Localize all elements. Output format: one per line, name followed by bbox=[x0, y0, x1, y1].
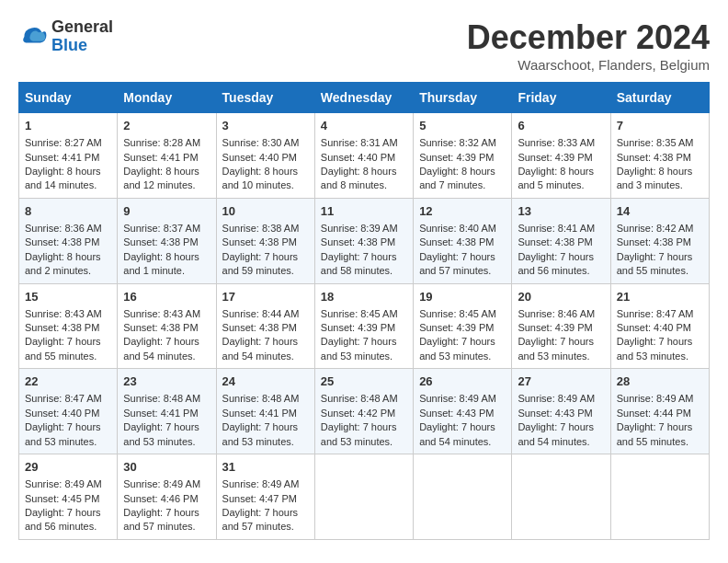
day-number: 25 bbox=[321, 373, 407, 390]
day-number: 11 bbox=[321, 203, 407, 220]
day-number: 14 bbox=[617, 203, 703, 220]
logo-icon bbox=[18, 22, 48, 52]
day-info: Sunrise: 8:39 AMSunset: 4:38 PMDaylight:… bbox=[321, 222, 407, 279]
weekday-header-wednesday: Wednesday bbox=[314, 83, 413, 113]
day-info: Sunrise: 8:45 AMSunset: 4:39 PMDaylight:… bbox=[321, 307, 407, 364]
day-info: Sunrise: 8:28 AMSunset: 4:41 PMDaylight:… bbox=[123, 136, 210, 193]
day-info: Sunrise: 8:49 AMSunset: 4:44 PMDaylight:… bbox=[617, 392, 703, 449]
month-title: December 2024 bbox=[467, 18, 710, 57]
day-number: 31 bbox=[222, 459, 309, 476]
calendar-cell: 23Sunrise: 8:48 AMSunset: 4:41 PMDayligh… bbox=[118, 369, 216, 454]
day-number: 27 bbox=[518, 373, 604, 390]
calendar-cell bbox=[512, 454, 610, 540]
calendar-cell: 24Sunrise: 8:48 AMSunset: 4:41 PMDayligh… bbox=[216, 369, 314, 454]
day-info: Sunrise: 8:36 AMSunset: 4:38 PMDaylight:… bbox=[25, 222, 111, 279]
day-number: 7 bbox=[617, 118, 703, 134]
calendar-cell: 19Sunrise: 8:45 AMSunset: 4:39 PMDayligh… bbox=[414, 283, 512, 369]
day-number: 29 bbox=[25, 459, 111, 476]
logo: General Blue bbox=[18, 18, 113, 55]
day-info: Sunrise: 8:33 AMSunset: 4:39 PMDaylight:… bbox=[518, 136, 604, 193]
calendar-cell: 4Sunrise: 8:31 AMSunset: 4:40 PMDaylight… bbox=[314, 113, 413, 199]
weekday-header-sunday: Sunday bbox=[19, 83, 118, 113]
day-number: 26 bbox=[419, 373, 506, 390]
weekday-header-monday: Monday bbox=[118, 83, 216, 113]
page-header: General Blue December 2024 Waarschoot, F… bbox=[18, 18, 710, 73]
day-number: 12 bbox=[419, 203, 506, 220]
day-info: Sunrise: 8:49 AMSunset: 4:46 PMDaylight:… bbox=[123, 477, 210, 534]
calendar: SundayMondayTuesdayWednesdayThursdayFrid… bbox=[18, 82, 710, 540]
day-number: 17 bbox=[222, 289, 309, 305]
day-number: 2 bbox=[123, 118, 210, 134]
day-info: Sunrise: 8:37 AMSunset: 4:38 PMDaylight:… bbox=[123, 222, 210, 279]
weekday-header-friday: Friday bbox=[512, 83, 610, 113]
day-info: Sunrise: 8:31 AMSunset: 4:40 PMDaylight:… bbox=[321, 136, 407, 193]
day-info: Sunrise: 8:45 AMSunset: 4:39 PMDaylight:… bbox=[419, 307, 506, 364]
calendar-cell: 3Sunrise: 8:30 AMSunset: 4:40 PMDaylight… bbox=[216, 113, 314, 199]
day-info: Sunrise: 8:47 AMSunset: 4:40 PMDaylight:… bbox=[25, 392, 111, 449]
calendar-cell: 29Sunrise: 8:49 AMSunset: 4:45 PMDayligh… bbox=[19, 454, 118, 540]
day-number: 6 bbox=[518, 118, 604, 134]
day-number: 4 bbox=[321, 118, 407, 134]
calendar-cell bbox=[610, 454, 709, 540]
day-info: Sunrise: 8:43 AMSunset: 4:38 PMDaylight:… bbox=[123, 307, 210, 364]
calendar-cell: 30Sunrise: 8:49 AMSunset: 4:46 PMDayligh… bbox=[118, 454, 216, 540]
calendar-cell: 17Sunrise: 8:44 AMSunset: 4:38 PMDayligh… bbox=[216, 283, 314, 369]
calendar-cell: 22Sunrise: 8:47 AMSunset: 4:40 PMDayligh… bbox=[19, 369, 118, 454]
calendar-cell: 8Sunrise: 8:36 AMSunset: 4:38 PMDaylight… bbox=[19, 198, 118, 283]
calendar-cell: 11Sunrise: 8:39 AMSunset: 4:38 PMDayligh… bbox=[314, 198, 413, 283]
calendar-cell: 18Sunrise: 8:45 AMSunset: 4:39 PMDayligh… bbox=[314, 283, 413, 369]
logo-text: General Blue bbox=[51, 18, 113, 55]
calendar-cell: 14Sunrise: 8:42 AMSunset: 4:38 PMDayligh… bbox=[610, 198, 709, 283]
calendar-cell: 13Sunrise: 8:41 AMSunset: 4:38 PMDayligh… bbox=[512, 198, 610, 283]
calendar-cell: 5Sunrise: 8:32 AMSunset: 4:39 PMDaylight… bbox=[414, 113, 512, 199]
day-number: 24 bbox=[222, 373, 309, 390]
day-info: Sunrise: 8:47 AMSunset: 4:40 PMDaylight:… bbox=[617, 307, 703, 364]
calendar-cell: 10Sunrise: 8:38 AMSunset: 4:38 PMDayligh… bbox=[216, 198, 314, 283]
calendar-cell: 28Sunrise: 8:49 AMSunset: 4:44 PMDayligh… bbox=[610, 369, 709, 454]
day-number: 1 bbox=[25, 118, 111, 134]
day-info: Sunrise: 8:42 AMSunset: 4:38 PMDaylight:… bbox=[617, 222, 703, 279]
day-number: 22 bbox=[25, 373, 111, 390]
calendar-cell: 21Sunrise: 8:47 AMSunset: 4:40 PMDayligh… bbox=[610, 283, 709, 369]
day-info: Sunrise: 8:46 AMSunset: 4:39 PMDaylight:… bbox=[518, 307, 604, 364]
day-info: Sunrise: 8:43 AMSunset: 4:38 PMDaylight:… bbox=[25, 307, 111, 364]
day-number: 19 bbox=[419, 289, 506, 305]
calendar-cell: 25Sunrise: 8:48 AMSunset: 4:42 PMDayligh… bbox=[314, 369, 413, 454]
calendar-cell: 6Sunrise: 8:33 AMSunset: 4:39 PMDaylight… bbox=[512, 113, 610, 199]
calendar-cell bbox=[314, 454, 413, 540]
calendar-cell: 15Sunrise: 8:43 AMSunset: 4:38 PMDayligh… bbox=[19, 283, 118, 369]
weekday-header-tuesday: Tuesday bbox=[216, 83, 314, 113]
location: Waarschoot, Flanders, Belgium bbox=[467, 57, 710, 73]
day-number: 8 bbox=[25, 203, 111, 220]
day-number: 30 bbox=[123, 459, 210, 476]
calendar-cell: 2Sunrise: 8:28 AMSunset: 4:41 PMDaylight… bbox=[118, 113, 216, 199]
day-number: 20 bbox=[518, 289, 604, 305]
calendar-cell: 7Sunrise: 8:35 AMSunset: 4:38 PMDaylight… bbox=[610, 113, 709, 199]
weekday-header-saturday: Saturday bbox=[610, 83, 709, 113]
day-info: Sunrise: 8:49 AMSunset: 4:47 PMDaylight:… bbox=[222, 477, 309, 534]
day-info: Sunrise: 8:30 AMSunset: 4:40 PMDaylight:… bbox=[222, 136, 309, 193]
day-number: 18 bbox=[321, 289, 407, 305]
day-info: Sunrise: 8:49 AMSunset: 4:43 PMDaylight:… bbox=[419, 392, 506, 449]
calendar-cell: 12Sunrise: 8:40 AMSunset: 4:38 PMDayligh… bbox=[414, 198, 512, 283]
calendar-cell bbox=[414, 454, 512, 540]
day-info: Sunrise: 8:38 AMSunset: 4:38 PMDaylight:… bbox=[222, 222, 309, 279]
day-number: 10 bbox=[222, 203, 309, 220]
day-number: 16 bbox=[123, 289, 210, 305]
day-number: 5 bbox=[419, 118, 506, 134]
calendar-cell: 31Sunrise: 8:49 AMSunset: 4:47 PMDayligh… bbox=[216, 454, 314, 540]
day-info: Sunrise: 8:35 AMSunset: 4:38 PMDaylight:… bbox=[617, 136, 703, 193]
calendar-cell: 16Sunrise: 8:43 AMSunset: 4:38 PMDayligh… bbox=[118, 283, 216, 369]
day-info: Sunrise: 8:48 AMSunset: 4:41 PMDaylight:… bbox=[123, 392, 210, 449]
calendar-cell: 20Sunrise: 8:46 AMSunset: 4:39 PMDayligh… bbox=[512, 283, 610, 369]
day-number: 21 bbox=[617, 289, 703, 305]
calendar-cell: 1Sunrise: 8:27 AMSunset: 4:41 PMDaylight… bbox=[19, 113, 118, 199]
day-number: 23 bbox=[123, 373, 210, 390]
day-number: 13 bbox=[518, 203, 604, 220]
day-info: Sunrise: 8:49 AMSunset: 4:43 PMDaylight:… bbox=[518, 392, 604, 449]
day-info: Sunrise: 8:48 AMSunset: 4:42 PMDaylight:… bbox=[321, 392, 407, 449]
day-info: Sunrise: 8:49 AMSunset: 4:45 PMDaylight:… bbox=[25, 477, 111, 534]
day-info: Sunrise: 8:40 AMSunset: 4:38 PMDaylight:… bbox=[419, 222, 506, 279]
day-info: Sunrise: 8:44 AMSunset: 4:38 PMDaylight:… bbox=[222, 307, 309, 364]
calendar-cell: 27Sunrise: 8:49 AMSunset: 4:43 PMDayligh… bbox=[512, 369, 610, 454]
